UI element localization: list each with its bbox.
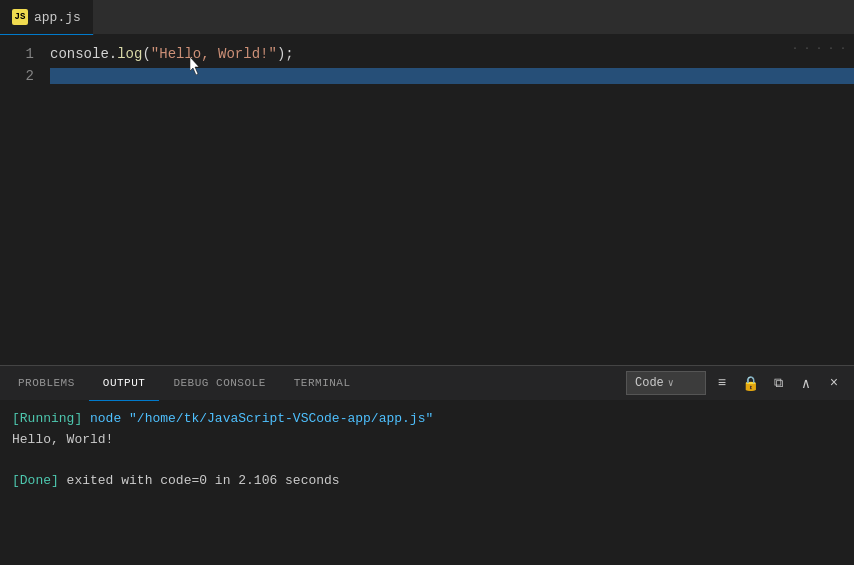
tab-terminal[interactable]: TERMINAL [280, 366, 365, 401]
list-icon: ≡ [718, 375, 726, 391]
tab-problems-label: PROBLEMS [18, 377, 75, 389]
collapse-panel-button[interactable]: ∧ [794, 371, 818, 395]
line-number-2: 2 [0, 68, 50, 84]
tab-output[interactable]: OUTPUT [89, 366, 160, 401]
close-icon: × [830, 375, 838, 391]
code-token: ( [142, 46, 150, 62]
tab-output-label: OUTPUT [103, 377, 146, 389]
line-code-2[interactable] [50, 68, 854, 84]
panel-controls: Code ∨ ≡ 🔒 ⧉ ∧ × [626, 371, 854, 395]
tab-debug-console[interactable]: DEBUG CONSOLE [159, 366, 279, 401]
line-number-1: 1 [0, 46, 50, 62]
code-token: . [109, 46, 117, 62]
close-panel-button[interactable]: × [822, 371, 846, 395]
tab-bar: JS app.js [0, 0, 854, 35]
done-prefix: [Done] [12, 473, 59, 488]
tab-terminal-label: TERMINAL [294, 377, 351, 389]
editor-area: 1 console.log("Hello, World!"); 2 · · · … [0, 35, 854, 365]
chevron-up-icon: ∧ [802, 375, 810, 392]
lock-scroll-button[interactable]: 🔒 [738, 371, 762, 395]
tab-debug-console-label: DEBUG CONSOLE [173, 377, 265, 389]
output-done-line: [Done] exited with code=0 in 2.106 secon… [12, 471, 842, 492]
copy-output-button[interactable]: ⧉ [766, 371, 790, 395]
output-hello-line: Hello, World! [12, 430, 842, 451]
lock-icon: 🔒 [742, 375, 759, 392]
run-command: node "/home/tk/JavaScript-VSCode-app/app… [82, 411, 433, 426]
panel-tab-bar: PROBLEMS OUTPUT DEBUG CONSOLE TERMINAL C… [0, 366, 854, 401]
code-token: "Hello, World!" [151, 46, 277, 62]
list-filter-button[interactable]: ≡ [710, 371, 734, 395]
editor-line-1[interactable]: 1 console.log("Hello, World!"); [0, 43, 854, 65]
editor-line-2[interactable]: 2 [0, 65, 854, 87]
tab-app-js[interactable]: JS app.js [0, 0, 94, 35]
hello-world-output: Hello, World! [12, 432, 113, 447]
chevron-down-icon: ∨ [668, 377, 674, 389]
scrollbar-indicator: · · · · · [792, 43, 846, 54]
panel-output-content: [Running] node "/home/tk/JavaScript-VSCo… [0, 401, 854, 565]
code-token: ); [277, 46, 294, 62]
running-prefix: [Running] [12, 411, 82, 426]
panel: PROBLEMS OUTPUT DEBUG CONSOLE TERMINAL C… [0, 365, 854, 565]
code-token: log [117, 46, 142, 62]
js-language-icon: JS [12, 9, 28, 25]
output-source-dropdown[interactable]: Code ∨ [626, 371, 706, 395]
output-blank-line [12, 451, 842, 472]
tab-filename: app.js [34, 10, 81, 25]
output-run-line: [Running] node "/home/tk/JavaScript-VSCo… [12, 409, 842, 430]
line-code-1[interactable]: console.log("Hello, World!"); [50, 46, 854, 62]
code-token: console [50, 46, 109, 62]
copy-icon: ⧉ [774, 376, 783, 391]
output-source-label: Code [635, 376, 664, 390]
done-text: exited with code=0 in 2.106 seconds [59, 473, 340, 488]
tab-problems[interactable]: PROBLEMS [4, 366, 89, 401]
